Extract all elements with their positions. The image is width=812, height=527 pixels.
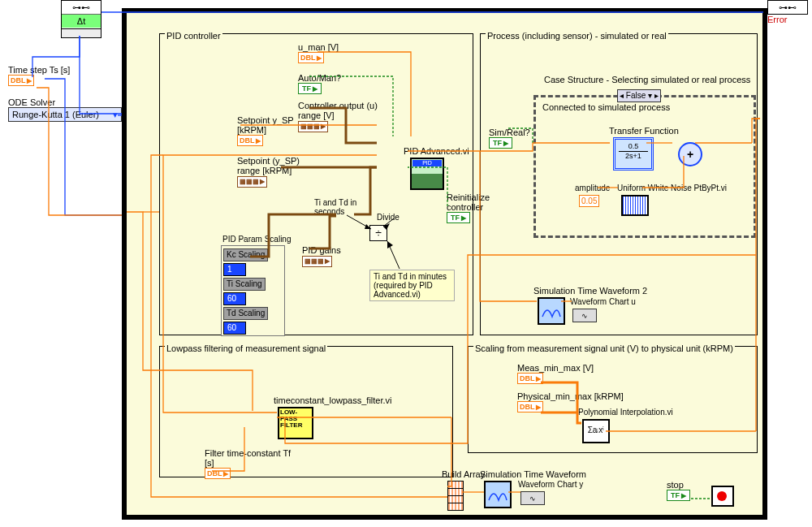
wave-chart-u-label: Waveform Chart u — [570, 297, 636, 306]
main-while-loop: PID controller u_man [V] DBL Auto/Man? T… — [122, 8, 767, 520]
divide-label: Divide — [377, 213, 400, 222]
scaling-frame: Scaling from measurement signal unit (V)… — [468, 346, 758, 453]
dbl-badge: DBL — [8, 75, 34, 86]
case-structure-title: Case Structure - Selecting simulated or … — [544, 75, 750, 84]
sim-wave2-node[interactable] — [538, 297, 565, 325]
wave-chart-y-label: Waveform Chart y — [518, 480, 583, 489]
noise-vi-node[interactable] — [621, 195, 649, 216]
case-structure: ◂ False ▾ ▸ Connected to simulated proce… — [533, 95, 756, 238]
error-label: Error — [767, 15, 808, 24]
ctrl-out-terminal: Controller output (u) range [V] ▦▦▦ — [298, 101, 395, 132]
auto-man-terminal: Auto/Man? TF — [298, 73, 341, 94]
filter-tf-terminal: Filter time-constant Tf [s] DBL — [205, 448, 294, 479]
pid-advanced-vi[interactable]: PID — [410, 158, 444, 190]
dt-icon: Δt — [77, 16, 85, 26]
pid-gains-terminal: PID gains ▦▦▦ — [302, 245, 341, 267]
build-array-node — [447, 481, 464, 511]
ti-td-min-note: Ti and Td in minutes (required by PID Ad… — [369, 270, 455, 301]
process-frame: Process (including sensor) - simulated o… — [480, 33, 758, 335]
pid-frame: PID controller u_man [V] DBL Auto/Man? T… — [159, 33, 473, 335]
error-node: ⊶⊷ Error — [767, 0, 808, 24]
transfer-function-node[interactable]: 0.5 2s+1 — [613, 137, 654, 171]
svg-line-0 — [347, 215, 371, 229]
td-scaling-value[interactable]: 60 — [223, 322, 246, 335]
stop-terminal: stop TF — [667, 480, 690, 501]
sum-node: + — [678, 142, 702, 166]
u-man-terminal: u_man [V] DBL — [298, 42, 339, 63]
wave-chart-y-icon: ∿ — [520, 491, 545, 505]
meas-minmax-terminal: Meas_min_max [V] DBL — [517, 363, 594, 384]
lowpass-vi-node[interactable]: LOW- PASS FILTER — [278, 407, 313, 439]
link-icon: ⊶⊷ — [72, 2, 90, 13]
loop-stop-button[interactable] — [711, 486, 734, 507]
scaling-frame-title: Scaling from measurement signal unit (V)… — [473, 343, 735, 353]
setpoint-range-terminal: Setpoint (y_SP) range [kRPM] ▦▦▦ — [237, 156, 310, 188]
amplitude-label: amplitude — [575, 184, 610, 192]
amplitude-value[interactable]: 0.05 — [579, 195, 599, 207]
time-step-label: Time step Ts [s] — [8, 65, 70, 75]
svg-marker-5 — [387, 241, 393, 248]
pid-advanced-label: PID Advanced.vi — [404, 146, 469, 156]
noise-vi-label: Uniform White Noise PtByPt.vi — [617, 184, 727, 192]
ti-scaling-value[interactable]: 60 — [223, 292, 246, 305]
ode-solver-label: ODE Solver — [8, 97, 122, 107]
ode-solver-terminal: ODE Solver Runge-Kutta 1 (Euler) — [8, 97, 122, 122]
lowpass-vi-label: timeconstant_lowpass_filter.vi — [274, 395, 392, 405]
lowpass-frame: Lowpass filtering of measurement signal … — [159, 346, 453, 477]
pid-param-scaling: Kc Scaling 1 Ti Scaling 60 Td Scaling 60 — [221, 245, 285, 336]
tf-label: Transfer Function — [609, 126, 679, 136]
svg-line-4 — [387, 241, 400, 269]
config-node-top: ⊶⊷ Δt — [61, 0, 102, 38]
process-frame-title: Process (including sensor) - simulated o… — [486, 31, 668, 41]
sim-wave-node[interactable] — [484, 481, 512, 508]
lowpass-frame-title: Lowpass filtering of measurement signal — [165, 343, 327, 353]
wave-chart-u-icon: ∿ — [572, 309, 597, 322]
param-scaling-caption: PID Param Scaling — [222, 235, 291, 244]
link-icon: ⊶⊷ — [779, 2, 797, 13]
polyint-label: Polynomial Interpolation.vi — [578, 408, 673, 417]
case-selector[interactable]: ◂ False ▾ ▸ — [617, 89, 661, 102]
time-step-terminal: Time step Ts [s] DBL — [8, 65, 70, 86]
polyint-vi-node[interactable]: Σaᵢxⁱ — [582, 419, 610, 443]
build-array-label: Build Array — [442, 469, 485, 479]
sim-wave2-label: Simulation Time Waveform 2 — [533, 286, 647, 296]
divide-node: ÷ — [369, 225, 387, 241]
ode-solver-ring[interactable]: Runge-Kutta 1 (Euler) — [8, 107, 122, 122]
ti-td-sec-label: Ti and Td in seconds — [314, 198, 363, 216]
kc-scaling-value[interactable]: 1 — [223, 263, 246, 276]
sim-real-terminal: Sim/Real? TF — [489, 127, 530, 149]
pid-frame-title: PID controller — [165, 31, 222, 41]
setpoint-ysp-terminal: Setpoint y_SP [kRPM] DBL — [237, 115, 294, 146]
sim-wave-label: Simulation Time Waveform — [480, 469, 586, 479]
connected-label: Connected to simulated process — [542, 102, 670, 112]
